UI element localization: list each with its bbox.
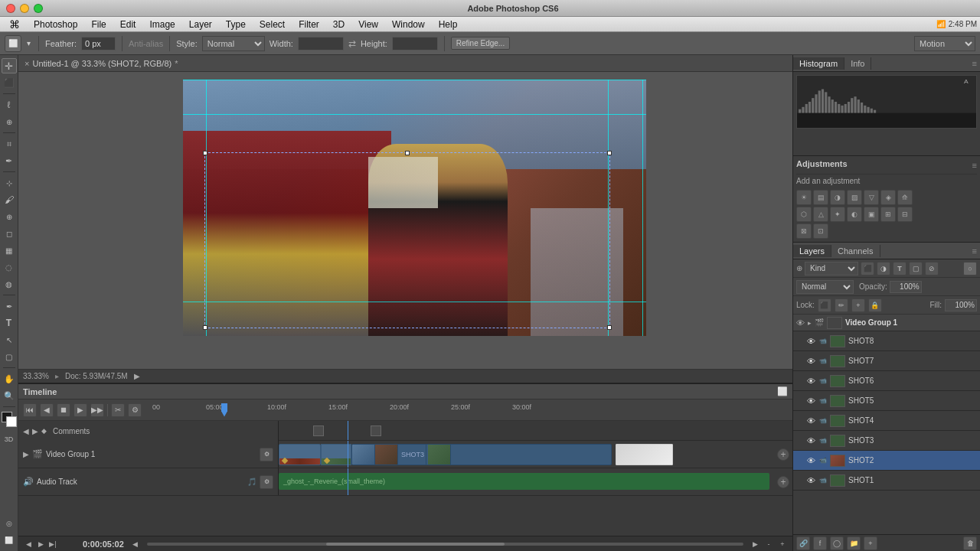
step-forward-button[interactable]: ▶▶ (90, 403, 104, 417)
layers-tab[interactable]: Layers (793, 245, 831, 257)
layer-item-shot2[interactable]: 👁 📹 SHOT2 (793, 451, 980, 471)
visibility-icon-shot6[interactable]: 👁 (805, 376, 816, 386)
lock-transparent-pixels-button[interactable]: ⬛ (818, 298, 831, 312)
menu-window[interactable]: Window (386, 18, 431, 31)
lock-all-button[interactable]: 🔒 (868, 298, 882, 312)
scroll-right-button[interactable]: ▶ (750, 539, 760, 549)
filter-toggle[interactable]: ○ (963, 262, 977, 276)
stop-button[interactable]: ⏹ (57, 403, 70, 417)
gradient-map-adjustment-icon[interactable]: ⊠ (796, 223, 812, 239)
new-layer-button[interactable]: + (864, 536, 877, 550)
add-clip-button[interactable]: + (777, 448, 789, 461)
step-back-button[interactable]: ◀ (40, 403, 54, 417)
eyedropper-tool[interactable]: ✒ (2, 153, 17, 168)
footer-next-button[interactable]: ▶| (47, 539, 58, 549)
visibility-icon-shot3[interactable]: 👁 (805, 435, 816, 446)
blend-mode-select[interactable]: Normal Multiply Screen (796, 280, 854, 294)
levels-adjustment-icon[interactable]: ▤ (813, 190, 828, 205)
playhead-ruler-marker[interactable] (221, 403, 227, 417)
menu-photoshop[interactable]: Photoshop (28, 18, 83, 31)
crop-tool[interactable]: ⌗ (2, 136, 17, 152)
path-selection-tool[interactable]: ↖ (2, 332, 17, 347)
handle-bl[interactable] (203, 325, 207, 330)
goto-first-frame-button[interactable]: ⏮ (23, 403, 37, 417)
timeline-collapse-icon[interactable]: ⬜ (777, 386, 788, 396)
vibrance-adjustment-icon[interactable]: ▽ (864, 190, 879, 205)
shape-filter-icon[interactable]: ▢ (909, 262, 923, 276)
link-layers-button[interactable]: 🔗 (796, 536, 810, 550)
audio-track-content[interactable]: _ghost_-_Reverie_(small_theme) + (279, 468, 792, 495)
type-filter-icon[interactable]: T (893, 262, 906, 276)
workspace-select[interactable]: Motion Essentials (914, 36, 975, 51)
menu-image[interactable]: Image (143, 18, 181, 31)
add-comment-icon[interactable]: ◆ (41, 427, 47, 435)
info-tab[interactable]: Info (844, 57, 871, 70)
feather-input[interactable] (81, 37, 116, 51)
clip-thumbnail-end[interactable] (616, 444, 673, 465)
menu-3d[interactable]: 3D (327, 18, 351, 31)
invert-adjustment-icon[interactable]: ▣ (864, 207, 879, 222)
prev-comment-icon[interactable]: ◀ (23, 427, 29, 435)
visibility-icon-shot2[interactable]: 👁 (805, 455, 816, 466)
menu-type[interactable]: Type (220, 18, 252, 31)
shape-tool[interactable]: ▢ (2, 349, 17, 364)
comment-marker-1[interactable] (313, 425, 324, 436)
photo-filter-adjustment-icon[interactable]: △ (813, 207, 828, 222)
layer-item-shot3[interactable]: 👁 📹 SHOT3 (793, 431, 980, 451)
audio-mute-icon[interactable]: 🔊 (23, 477, 34, 487)
pen-tool[interactable]: ✒ (2, 298, 17, 314)
layer-item-shot6[interactable]: 👁 📹 SHOT6 (793, 371, 980, 391)
menu-view[interactable]: View (352, 18, 384, 31)
handle-tr[interactable] (607, 151, 612, 155)
play-button[interactable]: ▶ (74, 403, 87, 417)
doc-close-icon[interactable]: × (24, 59, 29, 68)
trim-button[interactable]: ✂ (111, 403, 125, 417)
menu-help[interactable]: Help (433, 18, 464, 31)
screen-mode-btn[interactable]: ⬜ (2, 533, 17, 548)
smart-filter-icon[interactable]: ⊘ (925, 262, 939, 276)
3d-btn[interactable]: 3D (2, 432, 17, 447)
handle-br[interactable] (607, 325, 612, 330)
footer-prev-button[interactable]: ◀ (23, 539, 34, 549)
eraser-tool[interactable]: ◻ (2, 226, 17, 241)
marquee-rect-button[interactable]: ⬜ (5, 35, 21, 52)
layer-item-video-group[interactable]: 👁 ▸ 🎬 Video Group 1 (793, 315, 980, 331)
audio-clip[interactable]: _ghost_-_Reverie_(small_theme) (279, 473, 769, 490)
channel-mixer-adjustment-icon[interactable]: ✦ (830, 207, 845, 222)
layer-item-shot7[interactable]: 👁 📹 SHOT7 (793, 351, 980, 371)
threshold-adjustment-icon[interactable]: ⊟ (897, 207, 913, 222)
apple-menu[interactable]: ⌘ (3, 18, 26, 31)
background-color[interactable] (6, 416, 17, 427)
marquee-tool[interactable]: ⬛ (2, 75, 17, 90)
clone-tool[interactable]: ⊕ (2, 209, 17, 224)
bw-adjustment-icon[interactable]: ⬡ (796, 207, 812, 222)
adjustment-filter-icon[interactable]: ◑ (877, 262, 890, 276)
scroll-left-button[interactable]: ◀ (130, 539, 141, 549)
footer-play-button[interactable]: ▶ (35, 539, 46, 549)
zoom-out-timeline-button[interactable]: - (763, 539, 774, 549)
histogram-panel-menu-icon[interactable]: ≡ (969, 59, 980, 68)
comment-marker-2[interactable] (371, 425, 381, 436)
layer-item-shot4[interactable]: 👁 📹 SHOT4 (793, 411, 980, 431)
timeline-scrollbar[interactable] (147, 543, 743, 546)
zoom-tool[interactable]: 🔍 (2, 388, 17, 403)
text-tool[interactable]: T (2, 315, 17, 331)
lasso-tool[interactable]: ℓ (2, 97, 17, 112)
video-clip-1[interactable] (279, 444, 321, 465)
brightness-adjustment-icon[interactable]: ☀ (796, 190, 812, 205)
play-preview-icon[interactable]: ▶ (134, 372, 140, 380)
visibility-eye-icon[interactable]: 👁 (796, 318, 805, 328)
exposure-adjustment-icon[interactable]: ▨ (847, 190, 862, 205)
add-style-button[interactable]: f (813, 536, 827, 550)
layers-panel-menu-icon[interactable]: ≡ (969, 246, 980, 256)
canvas-viewport[interactable]: ↖ (18, 72, 792, 369)
color-lookup-adjustment-icon[interactable]: ◐ (847, 207, 862, 222)
layer-item-shot1[interactable]: 👁 📹 SHOT1 (793, 471, 980, 491)
add-audio-button[interactable]: + (777, 476, 789, 488)
add-mask-button[interactable]: ◯ (830, 536, 844, 550)
quick-mask-btn[interactable]: ◎ (2, 516, 17, 531)
audio-options-icon[interactable]: 🎵 (247, 478, 256, 486)
layer-item-shot8[interactable]: 👁 📹 SHOT8 (793, 331, 980, 351)
visibility-icon-shot5[interactable]: 👁 (805, 396, 816, 406)
expand-video-group-icon[interactable]: ▶ (23, 450, 29, 458)
